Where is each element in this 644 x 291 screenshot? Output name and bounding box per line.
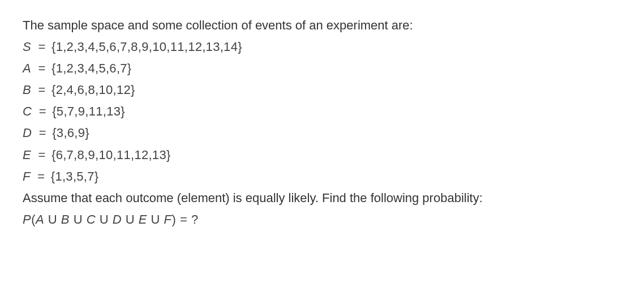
prob-equals: = xyxy=(180,212,187,226)
set-var-D: D xyxy=(23,123,32,143)
set-definition-D: D = {3,6,9} xyxy=(23,123,621,143)
assume-text: Assume that each outcome (element) is eq… xyxy=(23,189,621,208)
union-symbol: U xyxy=(151,212,160,226)
equals-sign: = xyxy=(37,167,45,186)
equals-sign: = xyxy=(38,80,45,100)
set-var-S: S xyxy=(23,37,31,57)
union-symbol: U xyxy=(48,212,57,226)
union-symbol: U xyxy=(100,212,109,226)
prob-open-paren: ( xyxy=(31,212,36,226)
set-definition-S: S = {1,2,3,4,5,6,7,8,9,10,11,12,13,14} xyxy=(23,37,621,57)
set-var-A: A xyxy=(23,59,31,78)
union-symbol: U xyxy=(74,212,83,226)
prob-C: C xyxy=(87,212,96,226)
set-values-F: {1,3,5,7} xyxy=(51,167,99,186)
equals-sign: = xyxy=(39,123,46,143)
prob-P: P xyxy=(23,212,31,226)
equals-sign: = xyxy=(38,59,45,78)
equals-sign: = xyxy=(39,102,46,121)
set-values-B: {2,4,6,8,10,12} xyxy=(51,80,135,100)
set-values-S: {1,2,3,4,5,6,7,8,9,10,11,12,13,14} xyxy=(51,37,242,57)
set-values-A: {1,2,3,4,5,6,7} xyxy=(51,59,132,78)
set-definition-F: F = {1,3,5,7} xyxy=(23,167,621,186)
set-values-D: {3,6,9} xyxy=(52,123,89,143)
prob-A: A xyxy=(36,212,44,226)
intro-text: The sample space and some collection of … xyxy=(23,16,621,35)
set-values-C: {5,7,9,11,13} xyxy=(52,102,125,121)
prob-E: E xyxy=(139,212,147,226)
set-definition-A: A = {1,2,3,4,5,6,7} xyxy=(23,59,621,78)
equals-sign: = xyxy=(38,146,45,165)
set-definition-E: E = {6,7,8,9,10,11,12,13} xyxy=(23,146,621,165)
prob-B: B xyxy=(61,212,70,226)
prob-question: ? xyxy=(191,212,199,226)
set-definition-B: B = {2,4,6,8,10,12} xyxy=(23,80,621,100)
union-symbol: U xyxy=(126,212,135,226)
set-definition-C: C = {5,7,9,11,13} xyxy=(23,102,621,121)
set-var-C: C xyxy=(23,102,32,121)
prob-D: D xyxy=(113,212,122,226)
prob-close-paren: ) xyxy=(172,212,177,226)
set-var-F: F xyxy=(23,167,31,186)
probability-expression: P(A U B U C U D U E U F) = ? xyxy=(23,210,621,229)
set-var-B: B xyxy=(23,80,31,100)
set-var-E: E xyxy=(23,146,31,165)
equals-sign: = xyxy=(38,37,45,57)
prob-F: F xyxy=(164,212,172,226)
set-values-E: {6,7,8,9,10,11,12,13} xyxy=(51,146,171,165)
